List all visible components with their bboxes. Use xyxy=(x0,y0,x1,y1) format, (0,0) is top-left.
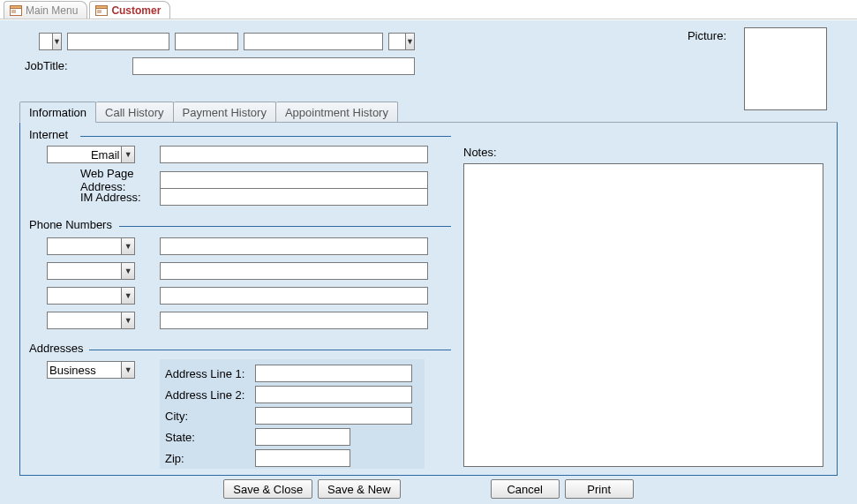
phone-number-input[interactable] xyxy=(160,287,428,305)
chevron-down-icon[interactable]: ▼ xyxy=(121,362,134,378)
address-line1-label: Address Line 1: xyxy=(165,367,253,380)
button-bar: Save & Close Save & New Cancel Print xyxy=(0,479,857,499)
state-label: State: xyxy=(165,431,253,444)
middlename-input[interactable] xyxy=(175,33,238,50)
cancel-button[interactable]: Cancel xyxy=(491,479,560,499)
zip-input[interactable] xyxy=(255,449,350,467)
chevron-down-icon[interactable]: ▼ xyxy=(121,288,134,304)
city-input[interactable] xyxy=(255,407,412,425)
page-tab-label: Main Menu xyxy=(26,4,78,17)
firstname-input[interactable] xyxy=(67,33,169,50)
chevron-down-icon[interactable]: ▼ xyxy=(121,312,134,328)
tab-information[interactable]: Information xyxy=(19,102,96,123)
email-input[interactable] xyxy=(160,146,428,163)
jobtitle-input[interactable] xyxy=(132,57,415,75)
detail-tab-strip: Information Call History Payment History… xyxy=(19,102,838,123)
tab-label: Payment History xyxy=(183,106,267,119)
phone-number-input[interactable] xyxy=(160,262,428,280)
page-tab-bar: Main Menu Customer xyxy=(0,0,857,19)
address-panel: Address Line 1: Address Line 2: City: St… xyxy=(160,359,425,469)
tab-underline xyxy=(398,102,838,123)
address-line1-input[interactable] xyxy=(255,365,412,382)
chevron-down-icon[interactable]: ▼ xyxy=(121,238,134,254)
form-icon xyxy=(95,5,108,16)
detail-tab-control: Information Call History Payment History… xyxy=(19,102,838,476)
chevron-down-icon[interactable]: ▼ xyxy=(405,34,414,49)
phone-number-input[interactable] xyxy=(160,237,428,255)
page-tab-label: Customer xyxy=(111,4,161,17)
form-icon xyxy=(10,5,22,16)
group-internet-label: Internet xyxy=(29,128,68,141)
jobtitle-label: JobTitle: xyxy=(25,59,68,72)
notes-label: Notes: xyxy=(463,146,497,159)
lastname-input[interactable] xyxy=(244,33,383,50)
group-addresses-line xyxy=(89,350,451,350)
im-input[interactable] xyxy=(160,188,428,206)
tab-label: Information xyxy=(29,106,86,119)
svg-rect-1 xyxy=(11,5,22,8)
tab-appointment-history[interactable]: Appointment History xyxy=(276,102,398,123)
phone-number-input[interactable] xyxy=(160,312,428,329)
address-type-select[interactable]: Business xyxy=(48,362,121,378)
phone-type-combo[interactable]: ▼ xyxy=(47,287,135,305)
chevron-down-icon[interactable]: ▼ xyxy=(121,147,134,162)
email-type-combo[interactable]: Email ▼ xyxy=(47,146,135,163)
city-label: City: xyxy=(165,410,253,423)
address-type-combo[interactable]: Business ▼ xyxy=(47,361,135,379)
picture-label: Picture: xyxy=(680,29,733,42)
svg-rect-5 xyxy=(96,5,108,8)
suffix-select[interactable] xyxy=(389,34,405,49)
email-type-select[interactable]: Email xyxy=(48,147,121,162)
tab-label: Call History xyxy=(105,106,163,119)
phone-type-combo[interactable]: ▼ xyxy=(47,237,135,255)
page-tab-customer[interactable]: Customer xyxy=(89,1,170,19)
phone-type-combo[interactable]: ▼ xyxy=(47,262,135,280)
tab-label: Appointment History xyxy=(285,106,388,119)
group-internet-line xyxy=(80,136,451,137)
im-label: IM Address: xyxy=(47,191,162,204)
tab-payment-history[interactable]: Payment History xyxy=(174,102,276,123)
state-input[interactable] xyxy=(255,428,350,446)
group-phone-line xyxy=(119,226,451,227)
chevron-down-icon[interactable]: ▼ xyxy=(52,34,61,49)
save-close-button[interactable]: Save & Close xyxy=(223,479,312,499)
suffix-combo[interactable]: ▼ xyxy=(388,33,415,50)
form-canvas: ▼ ▼ JobTitle: Picture: Information Call … xyxy=(0,19,857,504)
notes-textarea[interactable] xyxy=(463,163,823,467)
prefix-combo[interactable]: ▼ xyxy=(39,33,62,50)
prefix-select[interactable] xyxy=(40,34,52,49)
group-addresses-label: Addresses xyxy=(29,342,83,355)
name-header-row: ▼ ▼ xyxy=(39,33,415,50)
phone-type-combo[interactable]: ▼ xyxy=(47,312,135,329)
tab-call-history[interactable]: Call History xyxy=(96,102,173,123)
address-line2-input[interactable] xyxy=(255,386,412,403)
print-button[interactable]: Print xyxy=(565,479,634,499)
zip-label: Zip: xyxy=(165,452,253,465)
save-new-button[interactable]: Save & New xyxy=(318,479,401,499)
page-tab-main-menu[interactable]: Main Menu xyxy=(4,1,87,19)
webpage-input[interactable] xyxy=(160,171,428,189)
group-phone-label: Phone Numbers xyxy=(29,218,112,231)
tab-page-information: Internet Email ▼ Web Page Address: IM Ad… xyxy=(19,123,838,476)
picture-box[interactable] xyxy=(744,27,827,110)
chevron-down-icon[interactable]: ▼ xyxy=(121,263,134,279)
address-line2-label: Address Line 2: xyxy=(165,388,253,402)
